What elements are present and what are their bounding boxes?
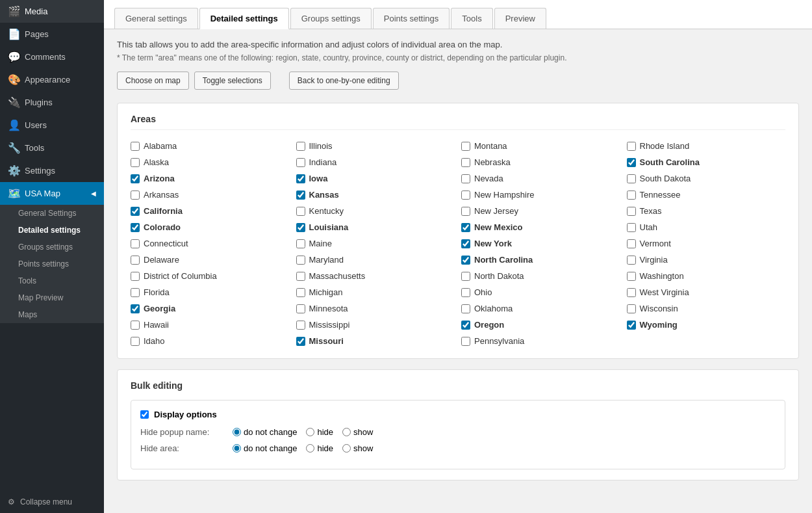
- hide-popup-do-not-change[interactable]: do not change: [233, 427, 297, 437]
- tab-detailed-settings[interactable]: Detailed settings: [199, 8, 289, 29]
- state-item: Idaho: [131, 334, 290, 348]
- sidebar-item-comments[interactable]: 💬 Comments: [0, 46, 104, 68]
- hide-area-show[interactable]: show: [342, 443, 373, 453]
- sidebar-sub-map-preview[interactable]: Map Preview: [10, 289, 104, 306]
- state-checkbox[interactable]: [461, 304, 470, 313]
- state-checkbox[interactable]: [461, 256, 470, 265]
- state-checkbox[interactable]: [296, 174, 305, 183]
- state-checkbox[interactable]: [131, 304, 140, 313]
- state-checkbox[interactable]: [131, 337, 140, 346]
- state-label: Tennessee: [640, 190, 681, 200]
- state-checkbox[interactable]: [461, 337, 470, 346]
- state-label: New Hampshire: [474, 190, 534, 200]
- state-checkbox[interactable]: [131, 272, 140, 281]
- sidebar-sub-general-settings[interactable]: General Settings: [10, 205, 104, 222]
- sidebar-item-settings[interactable]: ⚙️ Settings: [0, 159, 104, 182]
- hide-popup-hide[interactable]: hide: [306, 427, 333, 437]
- state-checkbox[interactable]: [131, 158, 140, 167]
- state-checkbox[interactable]: [131, 239, 140, 248]
- tab-points-settings[interactable]: Points settings: [373, 8, 450, 29]
- state-checkbox[interactable]: [296, 337, 305, 346]
- state-item: Florida: [131, 285, 290, 299]
- state-checkbox[interactable]: [461, 207, 470, 216]
- sidebar-sub-tools[interactable]: Tools: [10, 272, 104, 289]
- sidebar-item-usa-map[interactable]: 🗺️ USA Map ◀: [0, 182, 104, 205]
- state-checkbox[interactable]: [296, 207, 305, 216]
- state-checkbox[interactable]: [296, 272, 305, 281]
- state-checkbox[interactable]: [296, 304, 305, 313]
- sidebar-item-plugins[interactable]: 🔌 Plugins: [0, 91, 104, 114]
- state-checkbox[interactable]: [627, 239, 636, 248]
- state-checkbox[interactable]: [461, 239, 470, 248]
- tab-groups-settings[interactable]: Groups settings: [290, 8, 372, 29]
- state-checkbox[interactable]: [296, 142, 305, 151]
- choose-on-map-button[interactable]: Choose on map: [117, 72, 189, 90]
- state-checkbox[interactable]: [627, 256, 636, 265]
- state-checkbox[interactable]: [296, 288, 305, 297]
- tab-general-settings[interactable]: General settings: [114, 8, 198, 29]
- state-checkbox[interactable]: [461, 288, 470, 297]
- hide-popup-show[interactable]: show: [342, 427, 373, 437]
- sidebar-item-pages[interactable]: 📄 Pages: [0, 23, 104, 46]
- state-checkbox[interactable]: [296, 191, 305, 200]
- state-label: Kentucky: [309, 206, 344, 216]
- state-checkbox[interactable]: [131, 174, 140, 183]
- state-item: California: [131, 204, 290, 218]
- state-checkbox[interactable]: [296, 223, 305, 232]
- state-checkbox[interactable]: [131, 321, 140, 330]
- state-checkbox[interactable]: [627, 321, 636, 330]
- state-checkbox[interactable]: [627, 174, 636, 183]
- state-item: Ohio: [461, 285, 620, 299]
- toggle-selections-button[interactable]: Toggle selections: [194, 72, 271, 90]
- display-options-checkbox[interactable]: [140, 410, 149, 419]
- sidebar-item-tools[interactable]: 🔧 Tools: [0, 137, 104, 159]
- state-checkbox[interactable]: [461, 174, 470, 183]
- state-checkbox[interactable]: [131, 142, 140, 151]
- sidebar-sub-detailed-settings[interactable]: Detailed settings: [10, 222, 104, 239]
- sidebar-item-appearance[interactable]: 🎨 Appearance: [0, 68, 104, 91]
- state-checkbox[interactable]: [131, 288, 140, 297]
- state-checkbox[interactable]: [627, 191, 636, 200]
- state-checkbox[interactable]: [131, 256, 140, 265]
- state-item: Vermont: [627, 237, 786, 250]
- state-checkbox[interactable]: [627, 142, 636, 151]
- state-item: Delaware: [131, 253, 290, 267]
- media-icon: 🎬: [8, 5, 19, 18]
- state-label: New Mexico: [474, 222, 522, 232]
- state-checkbox[interactable]: [461, 158, 470, 167]
- sidebar-sub-groups-settings[interactable]: Groups settings: [10, 239, 104, 256]
- state-label: Kansas: [309, 190, 339, 200]
- tab-preview[interactable]: Preview: [494, 8, 546, 29]
- state-label: Alabama: [144, 141, 177, 151]
- state-checkbox[interactable]: [296, 158, 305, 167]
- state-checkbox[interactable]: [296, 239, 305, 248]
- state-checkbox[interactable]: [627, 207, 636, 216]
- tab-tools[interactable]: Tools: [451, 8, 492, 29]
- state-checkbox[interactable]: [131, 207, 140, 216]
- state-checkbox[interactable]: [296, 321, 305, 330]
- state-checkbox[interactable]: [627, 272, 636, 281]
- state-label: New York: [474, 239, 512, 248]
- state-checkbox[interactable]: [461, 321, 470, 330]
- state-label: Virginia: [640, 255, 668, 265]
- state-checkbox[interactable]: [461, 223, 470, 232]
- back-to-editing-button[interactable]: Back to one-by-one editing: [289, 72, 399, 90]
- state-checkbox[interactable]: [461, 142, 470, 151]
- state-checkbox[interactable]: [627, 288, 636, 297]
- state-checkbox[interactable]: [627, 304, 636, 313]
- sidebar-sub-maps[interactable]: Maps: [10, 306, 104, 323]
- state-checkbox[interactable]: [461, 272, 470, 281]
- state-checkbox[interactable]: [131, 223, 140, 232]
- collapse-menu-button[interactable]: ⚙ Collapse menu: [0, 491, 104, 513]
- state-checkbox[interactable]: [627, 158, 636, 167]
- state-checkbox[interactable]: [627, 223, 636, 232]
- state-checkbox[interactable]: [131, 191, 140, 200]
- state-checkbox[interactable]: [461, 191, 470, 200]
- hide-area-hide[interactable]: hide: [306, 443, 333, 453]
- sidebar-sub-points-settings[interactable]: Points settings: [10, 256, 104, 272]
- state-item: Minnesota: [296, 302, 455, 315]
- hide-area-do-not-change[interactable]: do not change: [233, 443, 297, 453]
- sidebar-item-users[interactable]: 👤 Users: [0, 114, 104, 137]
- state-checkbox[interactable]: [296, 256, 305, 265]
- sidebar-item-media[interactable]: 🎬 Media: [0, 0, 104, 23]
